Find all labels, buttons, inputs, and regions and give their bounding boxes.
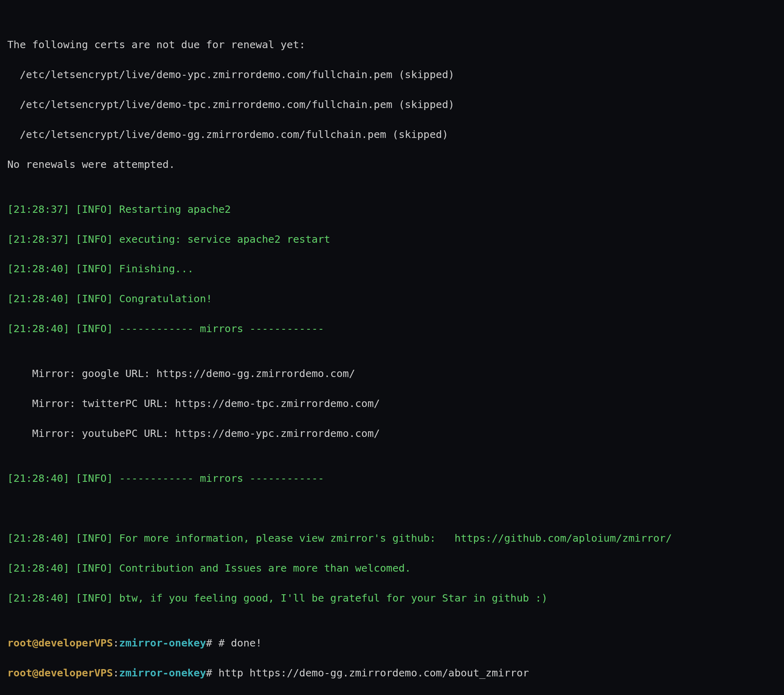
terminal[interactable]: The following certs are not due for rene… bbox=[0, 0, 784, 695]
cert-line: /etc/letsencrypt/live/demo-gg.zmirrordem… bbox=[7, 127, 777, 142]
log-line: [21:28:37] [INFO] Restarting apache2 bbox=[7, 202, 777, 217]
cert-line: /etc/letsencrypt/live/demo-ypc.zmirrorde… bbox=[7, 67, 777, 82]
log-line: [21:28:40] [INFO] For more information, … bbox=[7, 531, 777, 546]
mirror-line: Mirror: twitterPC URL: https://demo-tpc.… bbox=[7, 396, 777, 411]
mirror-line: Mirror: google URL: https://demo-gg.zmir… bbox=[7, 366, 777, 381]
log-line: [21:28:40] [INFO] ------------ mirrors -… bbox=[7, 321, 777, 336]
cert-line: /etc/letsencrypt/live/demo-tpc.zmirrorde… bbox=[7, 97, 777, 112]
prompt-line: root@developerVPS:zmirror-onekey# http h… bbox=[7, 665, 777, 680]
certs-header: The following certs are not due for rene… bbox=[7, 37, 777, 52]
log-line: [21:28:40] [INFO] Finishing... bbox=[7, 261, 777, 276]
blank-line bbox=[7, 501, 777, 516]
mirror-line: Mirror: youtubePC URL: https://demo-ypc.… bbox=[7, 426, 777, 441]
log-line: [21:28:40] [INFO] ------------ mirrors -… bbox=[7, 471, 777, 486]
log-line: [21:28:40] [INFO] Congratulation! bbox=[7, 291, 777, 306]
log-line: [21:28:40] [INFO] btw, if you feeling go… bbox=[7, 591, 777, 606]
log-line: [21:28:40] [INFO] Contribution and Issue… bbox=[7, 561, 777, 576]
prompt-line: root@developerVPS:zmirror-onekey# # done… bbox=[7, 636, 777, 651]
no-renewals: No renewals were attempted. bbox=[7, 157, 777, 172]
log-line: [21:28:37] [INFO] executing: service apa… bbox=[7, 232, 777, 247]
